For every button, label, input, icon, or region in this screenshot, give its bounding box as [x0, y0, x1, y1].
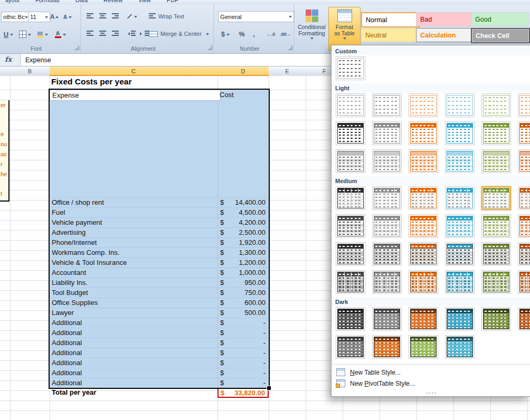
table-style-thumbnail[interactable] — [481, 214, 511, 238]
cost-value-cell[interactable]: $- — [217, 318, 269, 328]
column-header-B[interactable]: B — [10, 66, 50, 76]
selection-fill-handle[interactable] — [267, 386, 271, 390]
column-header-E[interactable]: E — [269, 66, 306, 76]
expense-label-cell[interactable]: Additional — [52, 358, 82, 368]
cost-value-cell[interactable]: $600.00 — [217, 298, 269, 308]
total-value-cell[interactable]: $ 33,820.00 — [217, 388, 269, 398]
ribbon-tab[interactable]: ayout — [5, 0, 20, 4]
format-as-table-button[interactable]: Format as Table — [328, 7, 361, 51]
table-style-thumbnail[interactable] — [481, 307, 511, 331]
table-style-thumbnail[interactable] — [481, 149, 511, 173]
table-style-thumbnail[interactable] — [336, 149, 365, 173]
cost-value-cell[interactable]: $4,500.00 — [217, 207, 269, 217]
decrease-decimal-button[interactable]: .00→ — [278, 28, 293, 40]
table-style-thumbnail[interactable] — [518, 242, 530, 266]
align-middle-button[interactable] — [96, 11, 109, 22]
expense-label-cell[interactable]: Fuel — [52, 207, 65, 217]
expense-label-cell[interactable]: Office Supplies — [52, 298, 98, 308]
cost-value-cell[interactable]: $1,300.00 — [217, 247, 269, 257]
table-style-thumbnail[interactable] — [409, 335, 438, 359]
table-style-thumbnail[interactable] — [372, 121, 402, 145]
underline-button[interactable]: U — [1, 28, 16, 40]
expense-label-cell[interactable]: Vehicle & Tool Insurance — [52, 257, 127, 268]
align-bottom-button[interactable] — [109, 11, 121, 22]
number-format-combo[interactable]: General — [218, 11, 294, 22]
orientation-button[interactable] — [124, 11, 140, 22]
table-style-thumbnail[interactable] — [518, 307, 530, 331]
accounting-format-button[interactable]: $ — [218, 28, 233, 40]
ribbon-tab[interactable]: PDF — [167, 0, 178, 4]
cost-value-cell[interactable]: $750.00 — [217, 288, 269, 298]
table-style-thumbnail[interactable] — [372, 93, 402, 117]
table-style-thumbnail[interactable] — [336, 186, 365, 210]
expense-label-cell[interactable]: Advertising — [52, 227, 86, 237]
insert-function-button[interactable]: fx — [5, 55, 12, 63]
table-style-thumbnail[interactable] — [518, 214, 530, 238]
cost-value-cell[interactable]: $- — [217, 378, 269, 388]
expense-label-cell[interactable]: Liability Ins. — [52, 278, 88, 288]
cost-value-cell[interactable]: $1,200.00 — [217, 257, 269, 268]
cost-value-cell[interactable]: $14,400.00 — [217, 197, 269, 207]
column-header-D[interactable]: D — [217, 66, 269, 76]
table-style-thumbnail[interactable] — [445, 186, 475, 210]
cell-style-normal[interactable]: Normal — [361, 12, 420, 27]
cost-value-cell[interactable]: $- — [217, 368, 269, 378]
cost-value-cell[interactable]: $1,000.00 — [217, 268, 269, 278]
cell-style-bad[interactable]: Bad — [416, 12, 474, 26]
table-style-thumbnail[interactable] — [336, 214, 365, 238]
expense-label-cell[interactable]: Accountant — [52, 268, 86, 278]
expense-label-cell[interactable]: Additional — [52, 378, 82, 388]
column-header-C[interactable]: C — [50, 66, 218, 76]
table-style-thumbnail[interactable] — [336, 93, 365, 117]
table-style-thumbnail[interactable] — [336, 56, 365, 80]
cost-value-cell[interactable]: $- — [217, 348, 269, 358]
decrease-font-size-button[interactable]: A — [61, 12, 74, 22]
cost-value-cell[interactable]: $500.00 — [217, 308, 269, 318]
ribbon-tab[interactable]: View — [138, 0, 151, 4]
table-style-thumbnail[interactable] — [409, 242, 438, 266]
table-style-thumbnail[interactable] — [336, 121, 365, 145]
cost-value-cell[interactable]: $- — [217, 358, 269, 368]
fill-color-button[interactable] — [34, 28, 51, 40]
percent-style-button[interactable]: % — [236, 28, 248, 40]
table-style-thumbnail[interactable] — [372, 335, 402, 359]
active-cell-expense[interactable]: Expense — [50, 90, 221, 101]
table-style-thumbnail[interactable] — [481, 121, 511, 145]
cost-value-cell[interactable]: $4,200.00 — [217, 217, 269, 227]
table-style-thumbnail[interactable] — [409, 214, 438, 238]
increase-decimal-button[interactable]: ←.0 — [263, 28, 278, 40]
font-color-button[interactable]: A — [52, 28, 69, 40]
expense-label-cell[interactable]: Additional — [52, 338, 82, 348]
table-style-thumbnail[interactable] — [518, 121, 530, 145]
expense-label-cell[interactable]: Workmans Comp. Ins. — [52, 247, 119, 257]
table-style-thumbnail[interactable] — [445, 149, 475, 173]
table-style-thumbnail[interactable] — [336, 335, 365, 359]
font-name-combo[interactable]: othic Bc — [1, 12, 30, 22]
expense-label-cell[interactable]: Phone/Internet — [52, 237, 97, 247]
table-style-thumbnail[interactable] — [445, 214, 475, 238]
table-style-thumbnail[interactable] — [481, 270, 511, 294]
expense-label-cell[interactable]: Additional — [52, 368, 82, 378]
table-style-thumbnail[interactable] — [445, 93, 475, 117]
table-style-thumbnail[interactable] — [372, 149, 402, 173]
new-table-style-menu-item[interactable]: New Table Style... — [332, 367, 530, 378]
table-style-thumbnail[interactable] — [372, 242, 402, 266]
table-style-thumbnail[interactable] — [518, 186, 530, 210]
cost-value-cell[interactable]: $950.00 — [217, 278, 269, 288]
table-style-thumbnail[interactable] — [409, 270, 438, 294]
table-style-thumbnail[interactable] — [336, 270, 365, 294]
expense-label-cell[interactable]: Vehicle payment — [52, 217, 102, 227]
alignment-dialog-launcher-icon[interactable] — [207, 45, 212, 50]
expense-label-cell[interactable]: Additional — [52, 328, 82, 338]
sheet-title-cell[interactable]: Fixed Costs per year — [51, 77, 131, 87]
comma-style-button[interactable]: , — [249, 28, 259, 40]
cell-style-calculation[interactable]: Calculation — [416, 28, 474, 42]
number-dialog-launcher-icon[interactable] — [288, 45, 292, 50]
table-style-thumbnail[interactable] — [409, 93, 438, 117]
table-style-thumbnail[interactable] — [445, 307, 475, 331]
cost-header-cell[interactable]: Cost — [220, 90, 234, 100]
cost-value-cell[interactable]: $1,920.00 — [217, 237, 269, 247]
table-style-thumbnail[interactable] — [481, 242, 511, 266]
table-style-thumbnail[interactable] — [336, 307, 365, 331]
table-style-thumbnail[interactable] — [409, 149, 438, 173]
